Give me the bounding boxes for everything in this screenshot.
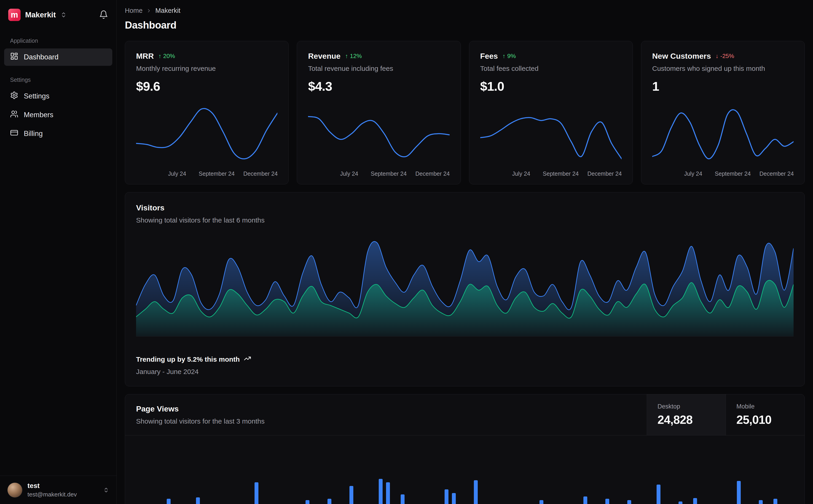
sparkline-chart — [136, 103, 278, 166]
sidebar-item-dashboard[interactable]: Dashboard — [4, 48, 112, 66]
x-axis-label: December 24 — [415, 170, 450, 177]
page-title: Dashboard — [125, 19, 805, 31]
settings-icon — [10, 91, 18, 101]
bar — [627, 500, 631, 504]
stat-card-title: New Customers — [652, 52, 711, 61]
breadcrumb: Home Makerkit — [125, 7, 805, 14]
x-axis-label: December 24 — [760, 170, 794, 177]
x-axis: July 24 September 24 December 24 — [308, 168, 449, 179]
notifications-button[interactable] — [99, 10, 108, 20]
stat-card-value: $4.3 — [308, 79, 449, 94]
trend-badge: ↑ 20% — [158, 53, 175, 60]
chevron-right-icon — [146, 8, 151, 13]
sidebar-item-label: Members — [24, 111, 53, 119]
bar — [196, 497, 200, 504]
bar — [328, 499, 331, 504]
sidebar-item-label: Billing — [24, 130, 43, 138]
x-axis-label: September 24 — [543, 170, 578, 177]
workspace-selector[interactable]: m Makerkit — [0, 0, 116, 27]
trend-value: 9% — [507, 53, 516, 60]
bar — [474, 480, 478, 504]
visitors-footer: Trending up by 5.2% this month January -… — [136, 355, 794, 376]
visitors-date-range: January - June 2024 — [136, 368, 794, 376]
sidebar-item-label: Dashboard — [24, 53, 58, 61]
bar — [539, 500, 543, 504]
stat-card-title: Fees — [480, 52, 498, 61]
bar — [445, 489, 448, 504]
main-content: Home Makerkit Dashboard MRR ↑ 20% — [117, 0, 813, 504]
page-views-toggles: Desktop 24,828 Mobile 25,010 — [647, 394, 805, 435]
x-axis-label: July 24 — [168, 170, 186, 177]
sidebar-item-settings[interactable]: Settings — [4, 88, 112, 105]
breadcrumb-home[interactable]: Home — [125, 7, 142, 14]
bar — [167, 499, 170, 504]
sidebar-item-billing[interactable]: Billing — [4, 125, 112, 142]
visitors-card: Visitors Showing total visitors for the … — [125, 192, 805, 386]
stat-card-title: Revenue — [308, 52, 341, 61]
trend-arrow-icon: ↓ — [716, 53, 719, 60]
trend-arrow-icon: ↑ — [345, 53, 348, 60]
visitors-trend-text: Trending up by 5.2% this month — [136, 355, 240, 363]
trend-arrow-icon: ↑ — [502, 53, 505, 60]
billing-icon — [10, 129, 18, 139]
page-views-header: Page Views Showing total visitors for th… — [125, 394, 805, 435]
app-root: m Makerkit Application Dashboard Setting… — [0, 0, 813, 504]
sidebar-item-label: Settings — [24, 92, 49, 100]
sparkline-chart — [652, 103, 794, 166]
sidebar-item-members[interactable]: Members — [4, 106, 112, 124]
toggle-value: 24,828 — [658, 413, 726, 427]
trend-arrow-icon: ↑ — [158, 53, 161, 60]
members-icon — [10, 110, 18, 120]
bar — [737, 481, 741, 504]
bar — [306, 500, 309, 504]
stat-card-mrr: MRR ↑ 20% Monthly recurring revenue $9.6… — [125, 41, 289, 184]
sidebar: m Makerkit Application Dashboard Setting… — [0, 0, 117, 504]
user-menu[interactable]: test test@makerkit.dev — [0, 476, 116, 504]
visitors-area-chart — [136, 236, 794, 337]
bar — [657, 485, 661, 504]
bar — [759, 500, 763, 504]
bar — [386, 482, 390, 504]
stat-card-fees: Fees ↑ 9% Total fees collected $1.0 July… — [469, 41, 633, 184]
visitors-subtitle: Showing total visitors for the last 6 mo… — [136, 216, 794, 224]
sparkline-chart — [480, 103, 622, 166]
sparkline-chart — [308, 103, 449, 166]
x-axis-label: December 24 — [587, 170, 622, 177]
bar — [605, 499, 609, 504]
x-axis-label: July 24 — [684, 170, 702, 177]
bar — [773, 499, 777, 504]
trend-value: -25% — [720, 53, 734, 60]
toggle-mobile[interactable]: Mobile 25,010 — [726, 394, 805, 435]
dashboard-icon — [10, 52, 18, 62]
nav-settings: Settings Members Billing — [0, 87, 116, 143]
stat-card-subtitle: Monthly recurring revenue — [136, 65, 278, 72]
workspace-name: Makerkit — [25, 11, 56, 19]
page-views-subtitle: Showing total visitors for the last 3 mo… — [136, 417, 636, 425]
breadcrumb-current: Makerkit — [155, 7, 180, 14]
trend-badge: ↑ 12% — [345, 53, 362, 60]
x-axis-label: September 24 — [715, 170, 751, 177]
bar — [693, 498, 697, 504]
x-axis-label: December 24 — [243, 170, 278, 177]
dashboard-content: MRR ↑ 20% Monthly recurring revenue $9.6… — [125, 41, 805, 504]
stat-card-subtitle: Total fees collected — [480, 65, 622, 72]
stat-card-subtitle: Customers who signed up this month — [652, 65, 794, 72]
toggle-desktop[interactable]: Desktop 24,828 — [647, 394, 726, 435]
toggle-label: Desktop — [658, 403, 726, 410]
page-views-bar-chart — [137, 440, 792, 504]
stat-card-subtitle: Total revenue including fees — [308, 65, 449, 72]
app-logo: m — [8, 9, 21, 21]
app-logo-letter: m — [11, 11, 18, 19]
user-name: test — [27, 482, 77, 490]
chevrons-up-down-icon[interactable] — [103, 487, 109, 493]
toggle-value: 25,010 — [736, 413, 805, 427]
chevrons-up-down-icon[interactable] — [60, 12, 67, 18]
page-views-card: Page Views Showing total visitors for th… — [125, 394, 805, 504]
nav-section-label-application: Application — [0, 27, 116, 48]
x-axis-label: September 24 — [371, 170, 407, 177]
stat-card-value: 1 — [652, 79, 794, 94]
bell-icon — [99, 10, 108, 20]
trend-value: 12% — [350, 53, 362, 60]
visitors-title: Visitors — [136, 203, 794, 212]
stat-cards-row: MRR ↑ 20% Monthly recurring revenue $9.6… — [125, 41, 805, 184]
